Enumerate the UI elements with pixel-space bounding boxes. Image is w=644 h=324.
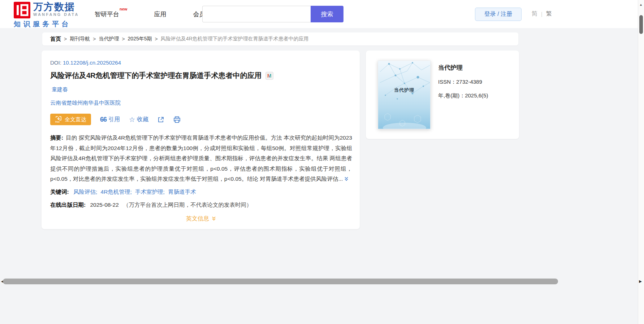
quote-icon: 66 bbox=[100, 116, 107, 123]
print-button[interactable] bbox=[173, 116, 181, 123]
breadcrumb-separator: > bbox=[93, 36, 96, 42]
article-title: 风险评估及4R危机管理下的手术室护理在胃肠道手术患者中的应用 bbox=[50, 71, 262, 80]
volume-label: 年,卷(期)： bbox=[438, 92, 465, 98]
breadcrumb-current-article: 风险评估及4R危机管理下的手术室护理在胃肠道手术患者中的应用 bbox=[161, 36, 309, 42]
keyword-link[interactable]: 风险评估 bbox=[73, 189, 97, 195]
journal-cover[interactable]: 当代护理 bbox=[378, 61, 431, 129]
search-input[interactable] bbox=[202, 6, 311, 22]
metrics-badge[interactable]: M bbox=[265, 72, 273, 80]
article-card: DOI: 10.12208/j.cn.20250264 风险评估及4R危机管理下… bbox=[42, 51, 360, 229]
login-register-button[interactable]: 登录 / 注册 bbox=[475, 8, 522, 21]
issn-label: ISSN： bbox=[438, 79, 456, 85]
chevron-double-down-icon bbox=[211, 216, 216, 221]
print-icon bbox=[173, 116, 181, 123]
online-date-line: 在线出版日期: 2025-08-22 （万方平台首次上网日期，不代表论文的发表时… bbox=[50, 201, 352, 209]
breadcrumb-journal-nav[interactable]: 期刊导航 bbox=[70, 36, 90, 42]
author-line: 童建春 bbox=[52, 86, 352, 93]
brand-name-en: WANFANG DATA bbox=[33, 12, 79, 17]
fulltext-button[interactable]: free 全文直达 bbox=[50, 114, 91, 125]
favorite-button[interactable]: ☆ 收藏 bbox=[129, 116, 148, 123]
brand-name-cn: 万方数据 bbox=[33, 2, 79, 12]
article-actions: free 全文直达 66 引用 ☆ 收藏 bbox=[50, 114, 352, 125]
favorite-label: 收藏 bbox=[137, 116, 148, 123]
volume-value: 2025,6(5) bbox=[465, 92, 488, 98]
share-icon bbox=[157, 116, 164, 123]
breadcrumb-separator: > bbox=[122, 36, 125, 42]
breadcrumb-issue[interactable]: 2025年5期 bbox=[128, 36, 152, 42]
journal-volume-row: 年,卷(期)：2025,6(5) bbox=[438, 92, 488, 99]
journal-issn-row: ISSN：2732-4389 bbox=[438, 79, 488, 86]
english-info-label: 英文信息 bbox=[186, 215, 209, 223]
lang-divider: | bbox=[541, 11, 543, 17]
share-button[interactable] bbox=[157, 116, 164, 123]
page: 万方数据 WANFANG DATA 知识服务平台 智研平台new 应用 会员 搜… bbox=[0, 0, 644, 324]
wanfang-logo[interactable]: 万方数据 WANFANG DATA 知识服务平台 bbox=[14, 2, 79, 29]
breadcrumb-home[interactable]: 首页 bbox=[50, 36, 61, 43]
brand-tagline: 知识服务平台 bbox=[14, 19, 79, 29]
breadcrumb: 首页 > 期刊导航 > 当代护理 > 2025年5期 > 风险评估及4R危机管理… bbox=[42, 32, 518, 45]
expand-abstract-icon[interactable] bbox=[344, 176, 349, 181]
online-date-value: 2025-08-22 bbox=[90, 202, 118, 208]
main-nav: 智研平台new 应用 会员 bbox=[95, 0, 205, 28]
search-button[interactable]: 搜索 bbox=[311, 6, 343, 22]
fulltext-free-icon: free bbox=[55, 116, 62, 123]
vertical-scrollbar[interactable]: ▲ bbox=[638, 0, 644, 324]
keywords-label: 关键词: bbox=[50, 189, 69, 195]
lang-simplified[interactable]: 简 bbox=[532, 10, 537, 18]
svg-text:free: free bbox=[55, 121, 60, 123]
search-bar: 搜索 bbox=[202, 6, 343, 22]
star-icon: ☆ bbox=[129, 116, 135, 123]
horizontal-scrollbar[interactable]: ◀ ▶ bbox=[0, 277, 644, 286]
breadcrumb-separator: > bbox=[64, 36, 67, 42]
cite-button[interactable]: 66 引用 bbox=[100, 116, 120, 123]
fulltext-label: 全文直达 bbox=[65, 116, 86, 123]
scroll-up-arrow[interactable]: ▲ bbox=[639, 3, 643, 6]
abstract-text: 目的 探究风险评估及4R危机管理下的手术室护理在胃肠道手术患者中的应用价值。方法… bbox=[50, 135, 352, 182]
cite-label: 引用 bbox=[108, 116, 120, 123]
top-header: 万方数据 WANFANG DATA 知识服务平台 智研平台new 应用 会员 搜… bbox=[0, 0, 644, 28]
doi-line: DOI: 10.12208/j.cn.20250264 bbox=[50, 60, 352, 66]
keywords-line: 关键词: 风险评估 4R危机管理 手术室护理 胃肠道手术 bbox=[50, 188, 352, 196]
keyword-link[interactable]: 手术室护理 bbox=[135, 189, 165, 195]
language-switch: 简 | 繁 bbox=[532, 10, 552, 18]
vertical-scrollbar-thumb[interactable] bbox=[639, 15, 643, 34]
wanfang-logo-icon bbox=[14, 2, 30, 18]
issn-value: 2732-4389 bbox=[456, 79, 482, 85]
abstract: 摘要:目的 探究风险评估及4R危机管理下的手术室护理在胃肠道手术患者中的应用价值… bbox=[50, 133, 352, 184]
nav-item-zhiyan[interactable]: 智研平台new bbox=[95, 10, 127, 18]
online-date-label: 在线出版日期: bbox=[50, 202, 86, 208]
keyword-link[interactable]: 4R危机管理 bbox=[101, 189, 132, 195]
author-link[interactable]: 童建春 bbox=[52, 86, 68, 92]
doi-link[interactable]: 10.12208/j.cn.20250264 bbox=[63, 60, 121, 66]
online-date-note: （万方平台首次上网日期，不代表论文的发表时间） bbox=[123, 202, 252, 208]
breadcrumb-separator: > bbox=[155, 36, 158, 42]
nav-item-apps[interactable]: 应用 bbox=[154, 10, 166, 18]
scroll-right-arrow[interactable]: ▶ bbox=[639, 279, 642, 283]
journal-card: 当代护理 当代护理 ISSN：2732-4389 年,卷(期)：2025,6(5… bbox=[366, 51, 519, 139]
journal-name[interactable]: 当代护理 bbox=[438, 64, 488, 72]
abstract-label: 摘要: bbox=[50, 135, 63, 141]
lang-traditional[interactable]: 繁 bbox=[546, 10, 552, 18]
journal-cover-title: 当代护理 bbox=[378, 87, 430, 93]
new-badge: new bbox=[120, 7, 127, 11]
english-info-toggle[interactable]: 英文信息 bbox=[186, 215, 216, 223]
affiliation[interactable]: 云南省楚雄州南华县中医医院 bbox=[50, 100, 352, 106]
keyword-link[interactable]: 胃肠道手术 bbox=[168, 189, 196, 195]
journal-cover-art bbox=[378, 61, 431, 129]
doi-label: DOI: bbox=[50, 60, 61, 66]
horizontal-scrollbar-thumb[interactable] bbox=[3, 279, 558, 284]
breadcrumb-journal[interactable]: 当代护理 bbox=[99, 36, 119, 42]
